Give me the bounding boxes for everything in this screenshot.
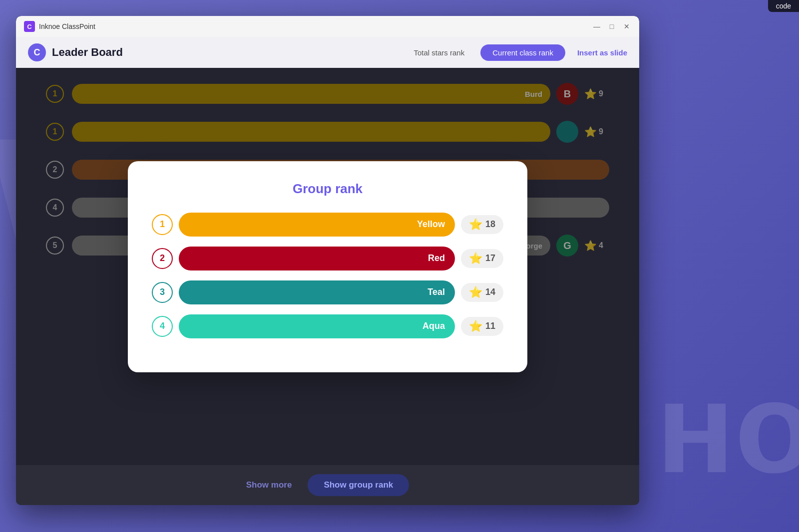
group-name-red: Red [428,253,445,264]
group-score-aqua: ⭐ 11 [461,317,503,336]
lb-tabs: Total stars rank Current class rank [402,44,565,61]
window-controls: — □ ✕ [592,22,631,31]
group-row-yellow: 1 Yellow ⭐ 18 [152,213,503,237]
group-score-yellow: ⭐ 18 [461,215,503,234]
modal-title: Group rank [152,181,503,197]
bottom-bar: Show more Show group rank [16,465,639,505]
group-score-red: ⭐ 17 [461,249,503,268]
main-content: 1 Burd B ⭐ 9 1 ⭐ 9 2 4 [16,68,639,465]
group-score-teal: ⭐ 14 [461,283,503,302]
group-row-teal: 3 Teal ⭐ 14 [152,280,503,304]
insert-as-slide-button[interactable]: Insert as slide [577,48,627,57]
score-num-yellow: 18 [485,219,495,230]
maximize-button[interactable]: □ [607,22,616,31]
group-rank-badge-4: 4 [152,316,173,337]
group-rank-badge-2: 2 [152,248,173,269]
group-rank-badge-1: 1 [152,214,173,235]
group-bar-red: Red [179,247,455,270]
leaderboard-header: C Leader Board Total stars rank Current … [16,37,639,68]
star-icon-red: ⭐ [469,252,482,265]
group-row-red: 2 Red ⭐ 17 [152,247,503,270]
group-name-yellow: Yellow [417,219,445,230]
group-bar-teal: Teal [179,280,455,304]
score-num-red: 17 [485,253,495,264]
app-title: Inknoe ClassPoint [39,22,592,30]
modal-overlay[interactable]: Group rank 1 Yellow ⭐ 18 2 Red [16,68,639,465]
app-window: C Inknoe ClassPoint — □ ✕ C Leader Board… [16,16,639,505]
show-group-rank-button[interactable]: Show group rank [308,474,409,496]
lb-logo: C [28,43,46,61]
code-badge: code [768,0,799,12]
lb-title: Leader Board [52,46,123,59]
tab-current-class[interactable]: Current class rank [480,44,565,61]
star-icon-aqua: ⭐ [469,320,482,333]
bg-letter-no: но [656,362,799,492]
group-name-aqua: Aqua [422,321,445,331]
show-more-button[interactable]: Show more [246,480,292,490]
star-icon-yellow: ⭐ [469,218,482,231]
group-bar-yellow: Yellow [179,213,455,237]
title-bar: C Inknoe ClassPoint — □ ✕ [16,16,639,37]
star-icon-teal: ⭐ [469,286,482,299]
score-num-teal: 14 [485,287,495,297]
minimize-button[interactable]: — [592,22,601,31]
app-icon: C [24,21,35,32]
group-row-aqua: 4 Aqua ⭐ 11 [152,314,503,338]
score-num-aqua: 11 [485,321,495,331]
group-name-teal: Teal [427,287,445,297]
group-rank-modal: Group rank 1 Yellow ⭐ 18 2 Red [128,161,527,372]
group-bar-aqua: Aqua [179,314,455,338]
tab-total-stars[interactable]: Total stars rank [402,44,477,61]
close-button[interactable]: ✕ [622,22,631,31]
group-rank-badge-3: 3 [152,282,173,303]
